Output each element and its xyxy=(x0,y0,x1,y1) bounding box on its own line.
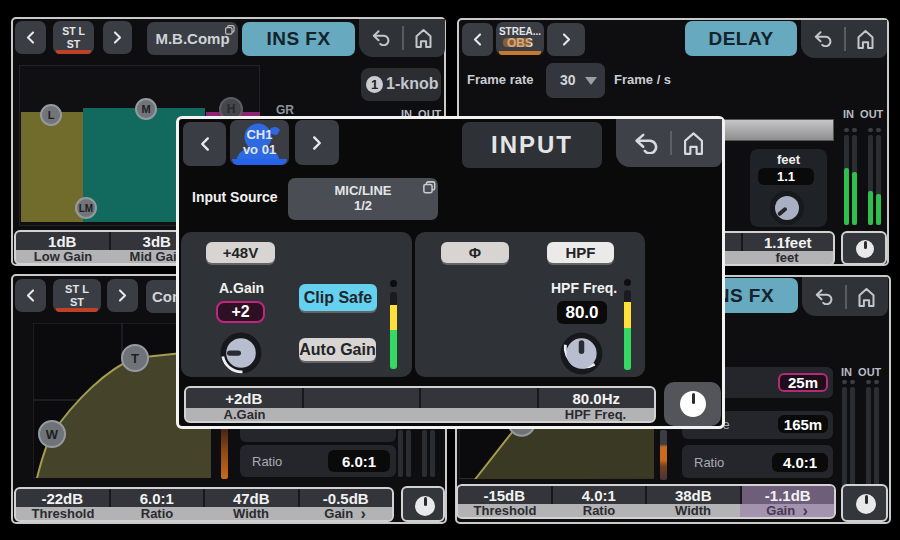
svg-text:W: W xyxy=(46,427,59,442)
svg-text:T: T xyxy=(131,351,139,366)
